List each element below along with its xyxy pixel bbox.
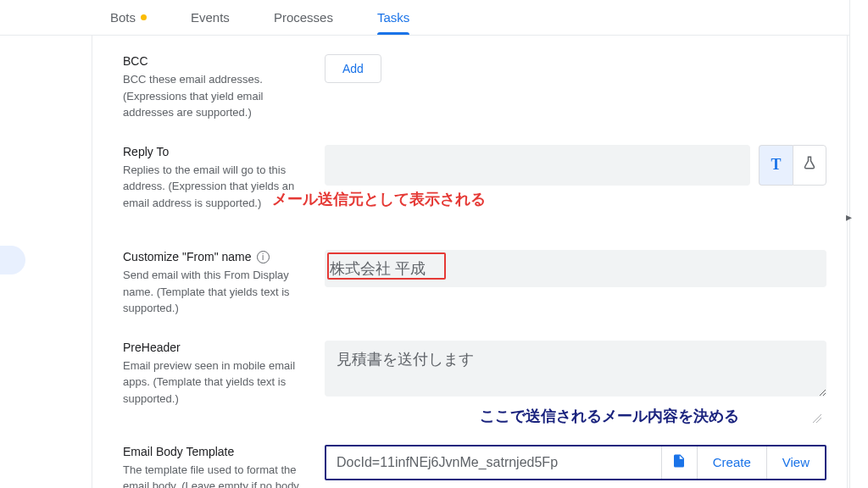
top-tabs: Bots Events Processes Tasks (0, 0, 868, 36)
resize-handle-icon (813, 414, 821, 423)
tab-bots[interactable]: Bots (98, 0, 159, 35)
settings-panel: BCC BCC these email addresses. (Expressi… (92, 36, 848, 488)
annotation-blue-box: Create View (325, 445, 826, 480)
tab-label: Processes (274, 10, 333, 25)
field-title: BCC (123, 54, 304, 68)
field-title-text: Customize "From" name (123, 250, 252, 263)
docid-input[interactable] (326, 446, 662, 479)
tab-events[interactable]: Events (179, 0, 242, 35)
tab-label: Events (191, 10, 230, 25)
field-desc: Email preview seen in mobile email apps.… (123, 358, 304, 408)
field-row-bcc: BCC BCC these email addresses. (Expressi… (92, 47, 847, 138)
preheader-input[interactable] (325, 341, 826, 396)
warning-dot-icon (141, 14, 147, 20)
create-template-button[interactable]: Create (698, 446, 767, 479)
text-icon: T (771, 156, 781, 174)
field-title: Reply To (123, 145, 304, 158)
document-browse-button[interactable] (662, 446, 698, 479)
field-desc: Send email with this From Display name. … (123, 267, 304, 317)
tab-processes[interactable]: Processes (262, 0, 345, 35)
flask-icon (802, 155, 817, 175)
chevron-right-icon[interactable]: ▸ (846, 210, 852, 224)
field-desc: BCC these email addresses. (Expressions … (123, 71, 304, 121)
text-mode-button[interactable]: T (759, 145, 793, 186)
tab-tasks[interactable]: Tasks (365, 0, 421, 35)
field-title: Customize "From" name i (123, 250, 304, 263)
expression-mode-button[interactable] (793, 145, 826, 186)
add-button[interactable]: Add (325, 54, 381, 83)
document-icon (671, 453, 687, 471)
field-desc: Replies to the email will go to this add… (123, 162, 304, 212)
right-rail: ▸ (849, 0, 868, 488)
svg-line-0 (813, 414, 821, 423)
field-desc: The template file used to format the ema… (123, 462, 304, 489)
tab-label: Bots (110, 10, 136, 25)
field-row-replyto: Reply To Replies to the email will go to… (92, 138, 847, 229)
field-title: PreHeader (123, 341, 304, 354)
annotation-blue-body: ここで送信されるメール内容を決める (325, 406, 826, 426)
field-row-bodytemplate: Email Body Template The template file us… (92, 443, 847, 489)
field-row-fromname: Customize "From" name i Send email with … (92, 228, 847, 334)
field-row-preheader: PreHeader Email preview seen in mobile e… (92, 334, 847, 443)
tab-label: Tasks (377, 10, 409, 25)
info-icon[interactable]: i (257, 251, 270, 263)
replyto-input[interactable] (325, 145, 750, 186)
sidebar-collapse-handle[interactable] (0, 246, 25, 274)
view-template-button[interactable]: View (767, 446, 825, 479)
settings-scroll[interactable]: BCC BCC these email addresses. (Expressi… (92, 36, 847, 488)
fromname-input[interactable] (325, 250, 826, 287)
svg-line-1 (816, 418, 821, 423)
field-title: Email Body Template (123, 445, 304, 458)
